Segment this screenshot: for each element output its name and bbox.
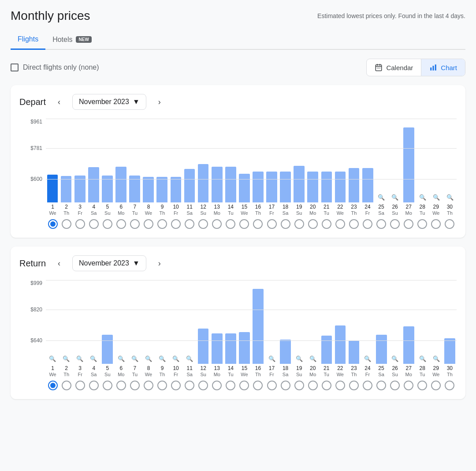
radio-item[interactable]	[361, 381, 374, 390]
radio-item[interactable]	[279, 381, 292, 390]
radio-circle[interactable]	[239, 219, 249, 229]
bar-wrapper[interactable]	[402, 119, 415, 202]
radio-item[interactable]	[114, 381, 128, 390]
bar-wrapper[interactable]: 🔍	[142, 280, 155, 364]
radio-circle[interactable]	[157, 219, 167, 229]
radio-circle[interactable]	[62, 219, 71, 229]
bar-wrapper[interactable]	[375, 280, 388, 364]
bar-wrapper[interactable]	[210, 280, 223, 364]
radio-circle-selected[interactable]	[48, 381, 58, 390]
radio-item[interactable]	[238, 381, 251, 390]
return-prev-button[interactable]: ‹	[51, 255, 67, 271]
tab-hotels[interactable]: Hotels NEW	[45, 30, 99, 49]
radio-circle[interactable]	[103, 219, 112, 229]
bar-wrapper[interactable]: 🔍	[60, 280, 73, 364]
radio-item[interactable]	[320, 219, 333, 229]
bar-wrapper[interactable]	[100, 119, 114, 202]
radio-item[interactable]	[60, 381, 73, 390]
radio-item[interactable]	[347, 219, 361, 229]
radio-item[interactable]	[224, 381, 238, 390]
bar-wrapper[interactable]: 🔍	[183, 280, 196, 364]
radio-circle[interactable]	[198, 381, 208, 390]
radio-item[interactable]	[306, 381, 320, 390]
radio-circle[interactable]	[157, 381, 167, 390]
bar-wrapper[interactable]	[279, 119, 292, 202]
bar-wrapper[interactable]: 🔍	[114, 280, 127, 364]
bar-wrapper[interactable]: 🔍	[416, 280, 429, 364]
bar-wrapper[interactable]	[238, 119, 251, 202]
return-next-button[interactable]: ›	[152, 255, 167, 271]
radio-circle[interactable]	[431, 381, 441, 390]
radio-circle[interactable]	[322, 381, 331, 390]
radio-item[interactable]	[306, 219, 320, 229]
radio-circle[interactable]	[212, 381, 222, 390]
radio-circle[interactable]	[390, 381, 400, 390]
radio-item[interactable]	[210, 219, 224, 229]
bar-wrapper[interactable]	[251, 280, 264, 364]
radio-item[interactable]	[320, 381, 333, 390]
bar-wrapper[interactable]	[347, 119, 361, 202]
radio-item[interactable]	[156, 381, 169, 390]
radio-circle[interactable]	[171, 219, 181, 229]
bar-wrapper[interactable]	[320, 280, 333, 364]
bar-wrapper[interactable]: 🔍	[293, 280, 306, 364]
radio-circle[interactable]	[185, 219, 194, 229]
bar-wrapper[interactable]: 🔍	[128, 280, 141, 364]
bar-wrapper[interactable]	[100, 280, 114, 364]
radio-item[interactable]	[183, 381, 197, 390]
radio-item[interactable]	[128, 219, 141, 229]
radio-item[interactable]	[60, 219, 73, 229]
radio-circle[interactable]	[445, 381, 454, 390]
bar-wrapper[interactable]	[265, 119, 279, 202]
radio-item[interactable]	[333, 381, 347, 390]
radio-circle[interactable]	[130, 219, 140, 229]
radio-circle[interactable]	[89, 219, 99, 229]
bar-wrapper[interactable]: 🔍	[306, 280, 320, 364]
radio-item[interactable]	[100, 219, 114, 229]
bar-wrapper[interactable]: 🔍	[361, 280, 374, 364]
bar-wrapper[interactable]	[60, 119, 73, 202]
direct-flights-checkbox[interactable]	[11, 64, 19, 71]
radio-circle[interactable]	[198, 219, 208, 229]
bar-wrapper[interactable]: 🔍	[156, 280, 169, 364]
radio-item[interactable]	[347, 381, 361, 390]
radio-item[interactable]	[429, 381, 443, 390]
radio-circle[interactable]	[404, 381, 413, 390]
bar-wrapper[interactable]: 🔍	[443, 119, 457, 202]
bar-wrapper[interactable]	[224, 119, 237, 202]
radio-circle[interactable]	[417, 219, 427, 229]
return-month-dropdown[interactable]: November 2023 ▼	[72, 255, 146, 271]
radio-circle[interactable]	[404, 219, 413, 229]
radio-item[interactable]	[251, 381, 265, 390]
bar-wrapper[interactable]	[210, 119, 223, 202]
bar-wrapper[interactable]	[197, 119, 210, 202]
radio-circle[interactable]	[349, 219, 359, 229]
radio-circle[interactable]	[417, 381, 427, 390]
bar-wrapper[interactable]: 🔍	[430, 119, 443, 202]
radio-item[interactable]	[361, 219, 374, 229]
radio-item[interactable]	[265, 381, 279, 390]
bar-wrapper[interactable]	[128, 119, 141, 202]
radio-circle[interactable]	[267, 381, 277, 390]
bar-wrapper[interactable]: 🔍	[430, 280, 443, 364]
radio-circle[interactable]	[335, 381, 345, 390]
radio-circle[interactable]	[253, 219, 263, 229]
radio-circle[interactable]	[363, 381, 372, 390]
bar-wrapper[interactable]	[87, 119, 100, 202]
bar-wrapper[interactable]	[46, 119, 59, 202]
radio-circle[interactable]	[171, 381, 181, 390]
radio-item[interactable]	[87, 381, 100, 390]
bar-wrapper[interactable]	[443, 280, 457, 364]
radio-circle[interactable]	[130, 381, 140, 390]
radio-item[interactable]	[197, 219, 210, 229]
radio-item[interactable]	[73, 381, 87, 390]
bar-wrapper[interactable]: 🔍	[375, 119, 388, 202]
radio-item[interactable]	[375, 381, 388, 390]
bar-wrapper[interactable]	[197, 280, 210, 364]
bar-wrapper[interactable]	[334, 119, 347, 202]
radio-circle[interactable]	[335, 219, 345, 229]
bar-wrapper[interactable]: 🔍	[388, 119, 402, 202]
bar-wrapper[interactable]	[183, 119, 196, 202]
radio-circle[interactable]	[294, 381, 304, 390]
radio-item[interactable]	[416, 219, 429, 229]
